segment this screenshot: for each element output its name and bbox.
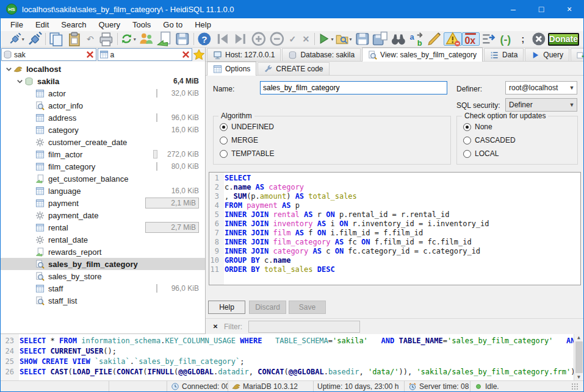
- find-text-button[interactable]: [389, 32, 408, 46]
- tree-item-get_customer_balance[interactable]: get_customer_balance: [1, 173, 205, 185]
- view-name-input[interactable]: [260, 81, 447, 94]
- tree-item-film_category[interactable]: film_category80,0 KiB: [1, 160, 205, 173]
- tree-item-language[interactable]: language16,0 KiB: [1, 185, 205, 197]
- copy-button[interactable]: [47, 32, 65, 46]
- undo-button[interactable]: ↶: [84, 32, 97, 46]
- algorithm-radio-temptable[interactable]: TEMPTABLE: [220, 149, 274, 158]
- help-button[interactable]: ?: [195, 32, 214, 46]
- close-button[interactable]: ×: [555, 0, 583, 18]
- single-query-button[interactable]: ;: [516, 32, 530, 46]
- export-tables-button[interactable]: [155, 32, 173, 46]
- tree-item-sales_by_film_category[interactable]: sales_by_film_category: [1, 258, 205, 270]
- menu-item-go-to[interactable]: Go to: [157, 19, 189, 30]
- scroll-down-icon[interactable]: ▼: [577, 374, 580, 380]
- donate-button[interactable]: Donate: [548, 33, 579, 46]
- clear-filter-icon[interactable]: [85, 50, 95, 59]
- user-manager-button[interactable]: [137, 32, 156, 46]
- tree-item-payment_date[interactable]: payment_date: [1, 209, 205, 221]
- menu-item-query[interactable]: Query: [93, 19, 126, 30]
- tree-item-staff_list[interactable]: staff_list: [1, 294, 205, 307]
- algorithm-radio-undefined[interactable]: UNDEFINED: [220, 123, 274, 131]
- menu-item-edit[interactable]: Edit: [29, 19, 55, 30]
- tree-item-actor[interactable]: actor32,0 KiB: [1, 87, 205, 99]
- view-sql-editor[interactable]: 1SELECT2c.name AS category3, SUM(p.amoun…: [209, 172, 581, 285]
- sql-security-dropdown[interactable]: Definer ▼: [505, 98, 577, 112]
- table-filter-input[interactable]: a: [98, 48, 193, 61]
- first-record-icon: [215, 31, 231, 47]
- cancel-editing-button[interactable]: ✕: [299, 32, 312, 46]
- scroll-up-icon[interactable]: ▲: [577, 335, 580, 340]
- save-button[interactable]: Save: [289, 301, 326, 314]
- log-scrollbar[interactable]: ▲ ▼: [574, 334, 583, 380]
- disconnect-button[interactable]: [26, 32, 44, 46]
- tree-item-sakila[interactable]: sakila6,4 MiB: [1, 75, 205, 87]
- filter-input[interactable]: [248, 321, 360, 333]
- minimize-button[interactable]: –: [499, 0, 527, 18]
- check-option-radio-none[interactable]: None: [463, 123, 492, 131]
- menu-item-tools[interactable]: Tools: [126, 19, 157, 30]
- tree-item-category[interactable]: category16,0 KiB: [1, 124, 205, 136]
- tree-item-label: category: [48, 126, 79, 135]
- last-record-button[interactable]: [231, 32, 250, 46]
- first-record-button[interactable]: [214, 32, 232, 46]
- menu-item-file[interactable]: File: [4, 19, 29, 30]
- tab-options[interactable]: Options: [207, 62, 256, 76]
- print-button[interactable]: [97, 32, 115, 46]
- clear-filter-icon[interactable]: [181, 50, 190, 59]
- post-changes-button[interactable]: ✓: [286, 32, 299, 46]
- help-button[interactable]: Help: [208, 301, 245, 314]
- tab-database[interactable]: Database: sakila: [282, 48, 361, 61]
- tab-view[interactable]: View: sales_by_film_category: [362, 48, 483, 62]
- view-binary-as-hex-button[interactable]: 0x: [462, 32, 480, 46]
- tree-item-actor_info[interactable]: actor_info: [1, 99, 205, 112]
- resize-grip[interactable]: [571, 383, 579, 390]
- replace-text-button[interactable]: ab: [408, 32, 426, 46]
- size-value: 272,0 KiB: [160, 150, 199, 159]
- bind-parameters-button[interactable]: [444, 32, 462, 46]
- tree-item-customer_create_date[interactable]: customer_create_date: [1, 136, 205, 148]
- menu-item-help[interactable]: Help: [189, 19, 217, 30]
- toolbar-grip[interactable]: [5, 34, 5, 45]
- tree-item-localhost[interactable]: localhost: [1, 63, 205, 75]
- tree-item-film_actor[interactable]: film_actor272,0 KiB: [1, 148, 205, 160]
- tab-data[interactable]: Data: [484, 48, 524, 61]
- save-sql-snippet-button[interactable]: [371, 32, 389, 46]
- refresh-button[interactable]: ▾: [119, 32, 137, 46]
- tab-create-code[interactable]: CREATE code: [258, 62, 329, 75]
- close-filter-icon[interactable]: ✕: [212, 323, 219, 330]
- save-data-button[interactable]: [173, 32, 192, 46]
- load-sql-file-button[interactable]: ▾: [334, 32, 353, 46]
- cancel-query-button[interactable]: [530, 32, 548, 46]
- paste-button[interactable]: [65, 32, 84, 46]
- explain-query-button[interactable]: (-): [498, 32, 516, 46]
- tree-item-staff[interactable]: staff96,0 KiB: [1, 282, 205, 294]
- tree-item-sales_by_store[interactable]: sales_by_store: [1, 270, 205, 282]
- reformat-sql-button[interactable]: [425, 32, 444, 46]
- insert-record-button[interactable]: [250, 32, 268, 46]
- database-filter-input[interactable]: sak: [1, 48, 96, 61]
- tab-query[interactable]: Query: [525, 48, 569, 61]
- tab-host[interactable]: Host: 127.0.0.1: [207, 48, 281, 61]
- tree-item-address[interactable]: address96,0 KiB: [1, 112, 205, 124]
- check-option-radio-cascaded[interactable]: CASCADED: [463, 136, 516, 144]
- favorites-toggle[interactable]: [193, 48, 205, 62]
- code-text: INNER JOIN inventory AS i ON r.inventory…: [222, 219, 489, 229]
- tree-item-payment[interactable]: payment2,1 MiB: [1, 197, 205, 209]
- delete-record-button[interactable]: [268, 32, 286, 46]
- session-manager-button[interactable]: ▾: [7, 32, 26, 46]
- tree-item-rental[interactable]: rental2,7 MiB: [1, 221, 205, 233]
- save-sql-button[interactable]: [353, 32, 372, 46]
- tree-item-rewards_report[interactable]: rewards_report: [1, 246, 205, 258]
- next-result-button[interactable]: [480, 32, 498, 46]
- check-option-radio-local[interactable]: LOCAL: [463, 149, 499, 158]
- maximize-button[interactable]: □: [527, 0, 555, 18]
- definer-combobox[interactable]: root@localhost ▼: [505, 81, 577, 94]
- algorithm-radio-merge[interactable]: MERGE: [220, 136, 258, 144]
- run-query-button[interactable]: ▾: [316, 32, 334, 46]
- menu-item-search[interactable]: Search: [55, 19, 92, 30]
- tab-new-query[interactable]: [571, 48, 584, 61]
- discard-button[interactable]: Discard: [249, 301, 286, 314]
- tree-item-rental_date[interactable]: rental_date: [1, 233, 205, 246]
- reformat-sql-icon: [427, 31, 442, 47]
- scrollbar-thumb[interactable]: [575, 341, 583, 373]
